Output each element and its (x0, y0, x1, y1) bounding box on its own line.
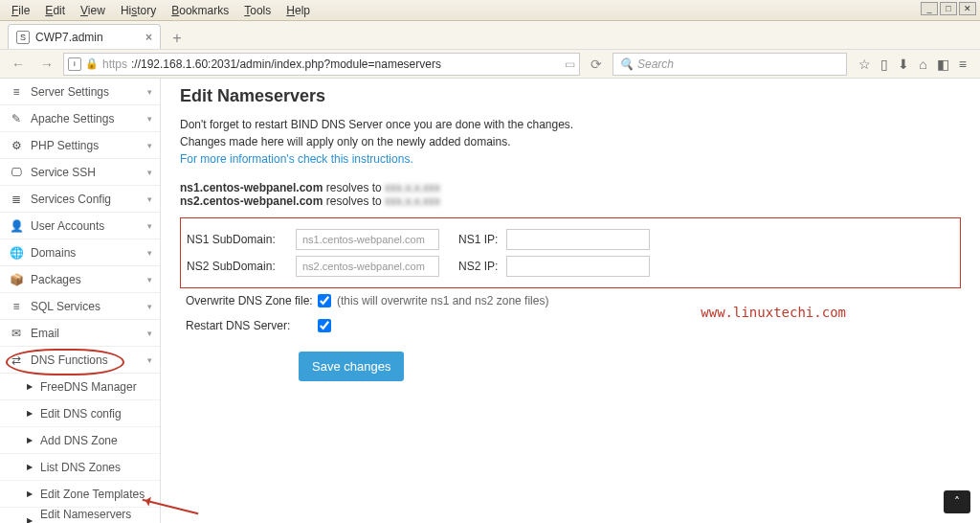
list-icon: ≣ (10, 193, 23, 206)
info-icon[interactable]: i (68, 57, 81, 71)
chevron-down-icon: ▾ (147, 114, 152, 124)
sidebar-item-domains[interactable]: 🌐Domains▾ (0, 239, 160, 266)
chevron-down-icon: ▾ (147, 194, 152, 204)
server-icon: ≡ (10, 85, 23, 99)
sidebar-label: Packages (31, 273, 81, 286)
package-icon: 📦 (10, 273, 23, 286)
menu-view[interactable]: View (73, 2, 113, 19)
gear-icon: ⚙ (10, 139, 23, 152)
globe-icon: 🌐 (10, 246, 23, 260)
browser-tab[interactable]: S CWP7.admin × (8, 24, 161, 49)
menu-tools[interactable]: Tools (236, 2, 278, 19)
ns2-subdomain-label: NS2 SubDomain: (181, 260, 296, 273)
sidebar-sub-label: Add DNS Zone (40, 434, 118, 447)
home-icon[interactable]: ⌂ (919, 57, 926, 72)
nav-back-button[interactable]: ← (6, 53, 31, 76)
sidebar-sub-label: Edit DNS config (40, 407, 122, 421)
sidebar-label: User Accounts (31, 219, 104, 233)
sidebar-sub-label: FreeDNS Manager (40, 380, 137, 394)
sidebar-sub-label: List DNS Zones (40, 461, 121, 474)
sidebar-item-sql-services[interactable]: ≡SQL Services▾ (0, 293, 160, 320)
sidebar-item-dns-functions[interactable]: ⇄DNS Functions▾ (0, 347, 160, 374)
sidebar-sub-edit-zone-templates[interactable]: ▶Edit Zone Templates (0, 481, 160, 508)
ns2-ip-input[interactable] (506, 256, 650, 277)
sidebar-item-php-settings[interactable]: ⚙PHP Settings▾ (0, 132, 160, 159)
menu-bookmarks[interactable]: Bookmarks (164, 2, 236, 19)
triangle-icon: ▶ (27, 436, 33, 444)
triangle-icon: ▶ (27, 382, 33, 391)
sidebar-label: Services Config (31, 193, 111, 206)
menu-file[interactable]: File (4, 2, 37, 19)
chevron-down-icon: ▾ (147, 87, 152, 97)
sidebar-item-email[interactable]: ✉Email▾ (0, 320, 160, 347)
lock-icon: 🔒 (85, 57, 99, 70)
sidebar-item-apache-settings[interactable]: ✎Apache Settings▾ (0, 105, 160, 132)
ns1-subdomain-label: NS1 SubDomain: (181, 233, 296, 246)
triangle-icon: ▶ (27, 516, 33, 523)
window-minimize-icon[interactable]: _ (921, 2, 938, 15)
sidebar-label: Email (31, 327, 59, 340)
sidebar-item-user-accounts[interactable]: 👤User Accounts▾ (0, 213, 160, 239)
menu-history[interactable]: History (113, 2, 164, 19)
nav-forward-button[interactable]: → (34, 53, 59, 76)
bookmark-star-icon[interactable]: ☆ (858, 57, 871, 72)
sidebar-label: Service SSH (31, 166, 96, 179)
desc-line: Don't forget to restart BIND DNS Server … (180, 116, 961, 133)
sidebar-item-server-settings[interactable]: ≡Server Settings▾ (0, 79, 160, 105)
hamburger-menu-icon[interactable]: ≡ (959, 57, 967, 72)
restart-checkbox[interactable] (318, 319, 331, 332)
terminal-icon: 🖵 (10, 166, 23, 179)
reader-mode-icon[interactable]: ▭ (565, 57, 575, 71)
reload-button[interactable]: ⟳ (584, 53, 609, 76)
menu-help[interactable]: Help (278, 2, 318, 19)
tab-title: CWP7.admin (35, 31, 103, 44)
sidebar-item-service-ssh[interactable]: 🖵Service SSH▾ (0, 159, 160, 186)
sidebar-label: Server Settings (31, 85, 109, 99)
database-icon: ≡ (10, 300, 23, 313)
sidebar-item-packages[interactable]: 📦Packages▾ (0, 266, 160, 293)
overwrite-checkbox[interactable] (318, 294, 331, 307)
sidebar-sub-edit-dns-config[interactable]: ▶Edit DNS config (0, 400, 160, 427)
search-placeholder: Search (637, 57, 674, 71)
triangle-icon: ▶ (27, 489, 33, 498)
sidebar-sub-edit-nameservers-ips[interactable]: ▶Edit Nameservers IPs (0, 508, 160, 523)
triangle-icon: ▶ (27, 409, 33, 418)
sidebar-label: Apache Settings (31, 112, 114, 125)
sidebar-icon[interactable]: ◧ (937, 57, 949, 72)
main-content: Edit Nameservers Don't forget to restart… (161, 79, 980, 523)
search-box[interactable]: 🔍 Search (612, 53, 847, 76)
ns1-ip-input[interactable] (506, 229, 650, 250)
save-changes-button[interactable]: Save changes (299, 352, 404, 381)
sidebar-sub-freedns[interactable]: ▶FreeDNS Manager (0, 374, 160, 400)
ns1-ip-label: NS1 IP: (439, 233, 506, 246)
toolbar-icons: ☆ ▯ ⬇ ⌂ ◧ ≡ (851, 57, 974, 72)
dns-icon: ⇄ (10, 353, 23, 367)
resolve-host: ns2.centos-webpanel.com (180, 194, 323, 208)
downloads-icon[interactable]: ⬇ (898, 57, 909, 72)
chevron-down-icon: ▾ (147, 141, 152, 150)
new-tab-button[interactable]: + (165, 28, 189, 49)
ns1-subdomain-input[interactable] (296, 229, 439, 250)
tab-close-icon[interactable]: × (145, 31, 152, 44)
sidebar-sub-add-dns-zone[interactable]: ▶Add DNS Zone (0, 427, 160, 454)
sidebar-label: Domains (31, 246, 76, 260)
ns2-subdomain-input[interactable] (296, 256, 439, 277)
sidebar-sub-list-dns-zones[interactable]: ▶List DNS Zones (0, 454, 160, 481)
menu-edit[interactable]: Edit (37, 2, 73, 19)
restart-label: Restart DNS Server: (180, 319, 318, 332)
chevron-down-icon: ▾ (147, 221, 152, 231)
window-maximize-icon[interactable]: □ (940, 2, 957, 15)
admin-sidebar: ≡Server Settings▾ ✎Apache Settings▾ ⚙PHP… (0, 79, 161, 523)
resolve-verb: resolves to (326, 194, 382, 208)
sidebar-label: SQL Services (31, 300, 100, 313)
instructions-link[interactable]: For more information's check this instru… (180, 152, 413, 166)
pocket-icon[interactable]: ▯ (880, 57, 888, 72)
scroll-to-top-button[interactable]: ˄ (944, 490, 970, 513)
sidebar-item-services-config[interactable]: ≣Services Config▾ (0, 186, 160, 213)
chevron-down-icon: ▾ (147, 275, 152, 284)
window-close-icon[interactable]: ✕ (959, 2, 976, 15)
sidebar-label: PHP Settings (31, 139, 99, 152)
page-description: Don't forget to restart BIND DNS Server … (180, 116, 961, 168)
address-bar[interactable]: i 🔒 https://192.168.1.60:2031/admin/inde… (63, 53, 580, 76)
resolve-block: ns1.centos-webpanel.com resolves to xxx.… (180, 181, 961, 208)
